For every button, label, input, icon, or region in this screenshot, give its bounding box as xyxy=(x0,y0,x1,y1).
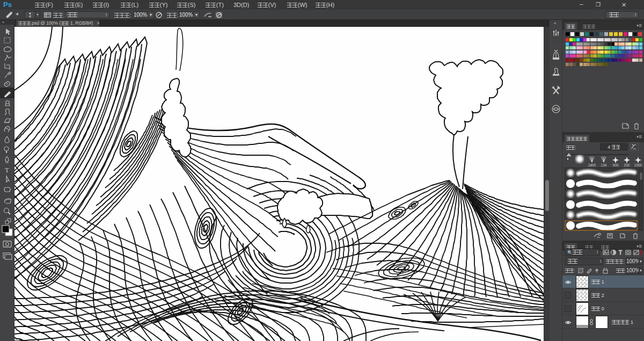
svg-text:1000: 1000 xyxy=(634,163,642,167)
svg-text:»: » xyxy=(2,20,4,24)
svg-text:900: 900 xyxy=(613,163,619,167)
svg-text:T: T xyxy=(5,166,9,174)
svg-text:1800: 1800 xyxy=(588,163,596,167)
svg-text:4: 4 xyxy=(29,14,31,18)
svg-text:200: 200 xyxy=(624,163,630,167)
svg-text:«: « xyxy=(554,21,557,26)
svg-text:T: T xyxy=(619,250,622,256)
svg-text:134: 134 xyxy=(601,163,607,167)
